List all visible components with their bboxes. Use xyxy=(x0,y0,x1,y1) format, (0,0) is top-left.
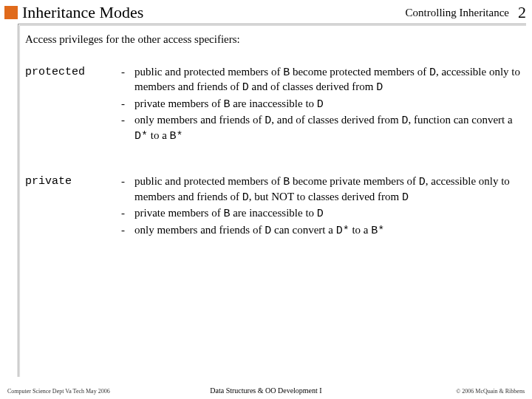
list-item: - private members of B are inaccessible … xyxy=(121,97,522,112)
list-item: - public and protected members of B beco… xyxy=(121,174,522,205)
bullet-dash-icon: - xyxy=(121,65,134,95)
list-item: - private members of B are inaccessible … xyxy=(121,206,522,222)
spec-items: - public and protected members of B beco… xyxy=(121,174,522,239)
item-text: public and protected members of B become… xyxy=(134,174,522,205)
page-number: 2 xyxy=(518,3,526,22)
section-label: Controlling Inheritance xyxy=(406,7,509,19)
list-item: - public and protected members of B beco… xyxy=(121,65,522,95)
slide-content: Access privileges for the other access s… xyxy=(25,33,522,269)
footer-right: © 2006 McQuain & Ribbens xyxy=(456,388,525,395)
footer-left: Computer Science Dept Va Tech May 2006 xyxy=(7,388,110,395)
page-title: Inheritance Modes xyxy=(22,3,406,22)
item-text: public and protected members of B become… xyxy=(134,65,522,95)
bullet-dash-icon: - xyxy=(121,174,134,205)
item-text: only members and friends of D can conver… xyxy=(134,223,522,239)
spec-block-protected: protected - public and protected members… xyxy=(25,65,522,146)
item-text: only members and friends of D, and of cl… xyxy=(134,113,522,143)
bullet-dash-icon: - xyxy=(121,223,134,239)
list-item: - only members and friends of D, and of … xyxy=(121,113,522,143)
intro-text: Access privileges for the other access s… xyxy=(25,33,522,47)
slide-header: Inheritance Modes Controlling Inheritanc… xyxy=(0,0,532,24)
spec-items: - public and protected members of B beco… xyxy=(121,65,522,146)
footer-center: Data Structures & OO Development I xyxy=(210,386,321,395)
bullet-dash-icon: - xyxy=(121,113,134,143)
spec-label: private xyxy=(25,174,121,239)
spec-label: protected xyxy=(25,65,121,146)
item-text: private members of B are inaccessible to… xyxy=(134,97,522,112)
bullet-dash-icon: - xyxy=(121,97,134,112)
title-marker-icon xyxy=(4,6,18,19)
bullet-dash-icon: - xyxy=(121,206,134,222)
spec-block-private: private - public and protected members o… xyxy=(25,174,522,239)
item-text: private members of B are inaccessible to… xyxy=(134,206,522,222)
list-item: - only members and friends of D can conv… xyxy=(121,223,522,239)
